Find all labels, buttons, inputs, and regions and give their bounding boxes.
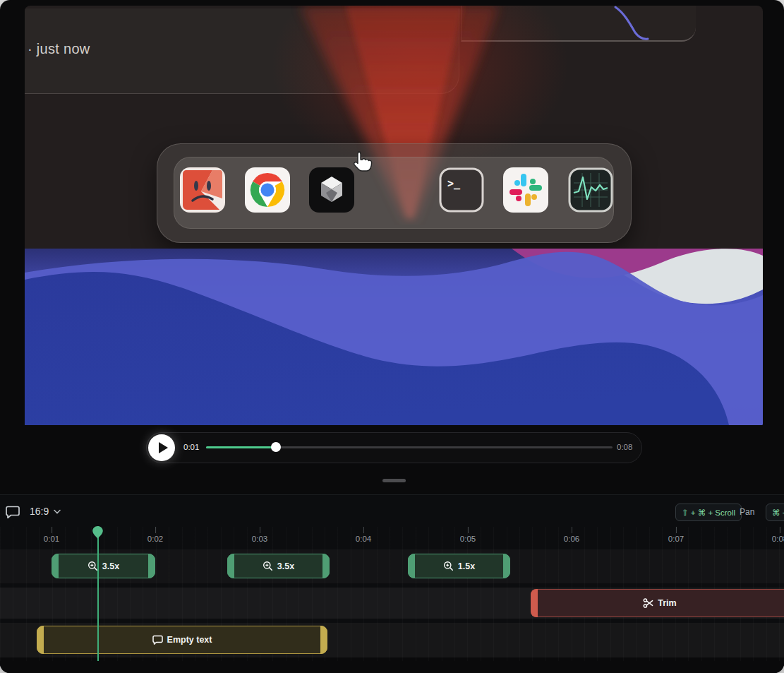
recording-timestamp: · just now: [28, 41, 90, 57]
magnifier-plus-icon: [263, 561, 273, 571]
segment-left-handle[interactable]: [37, 626, 44, 654]
ruler-label: 0:01: [37, 535, 66, 543]
seek-handle[interactable]: [271, 442, 281, 452]
magnifier-plus-icon: [443, 561, 454, 571]
segment-right-handle[interactable]: [148, 554, 155, 578]
terminal-app-icon: >_: [439, 167, 484, 213]
video-preview[interactable]: · just now: [25, 6, 763, 425]
ruler-label: 0:08: [766, 535, 784, 543]
zoom-segment-2[interactable]: 3.5x: [227, 554, 330, 578]
activity-monitor-app-icon: [568, 167, 613, 213]
ruler-tick: [572, 527, 572, 533]
ruler-tick: [363, 527, 364, 533]
cube-app-icon: [309, 167, 354, 213]
magnifier-plus-icon: [88, 561, 98, 571]
ruler-label: 0:05: [454, 535, 482, 543]
segment-right-handle[interactable]: [322, 554, 330, 578]
video-editor-app: · just now: [0, 0, 784, 673]
current-time: 0:01: [183, 443, 199, 451]
ruler-tick: [155, 527, 156, 533]
ruler-label: 0:06: [557, 535, 586, 543]
text-segment-label: Empty text: [167, 635, 212, 645]
trim-label: Trim: [658, 598, 676, 608]
desktop-wallpaper: [25, 249, 763, 425]
zoom-amount: 1.5x: [458, 561, 475, 571]
seek-bar-progress: [206, 446, 275, 448]
trim-segment[interactable]: Trim: [531, 589, 784, 617]
zoom-segment-3[interactable]: 1.5x: [408, 554, 510, 578]
zoom-segment-1[interactable]: 3.5x: [52, 554, 155, 578]
text-segment[interactable]: Empty text: [37, 626, 327, 654]
pointing-hand-cursor: [349, 150, 373, 175]
chrome-app-icon: [245, 167, 290, 213]
ruler-label: 0:03: [246, 535, 274, 543]
sad-face-app-icon: [180, 167, 225, 213]
segment-right-handle[interactable]: [320, 626, 327, 654]
segment-left-handle[interactable]: [52, 554, 59, 578]
ruler-tick: [780, 527, 780, 533]
segment-left-handle[interactable]: [531, 589, 538, 617]
player-controls: 0:01 0:08: [146, 432, 642, 463]
svg-text:>_: >_: [447, 177, 461, 190]
ruler-tick: [52, 527, 52, 533]
segment-left-handle[interactable]: [408, 554, 415, 578]
scissors-icon: [643, 597, 653, 609]
slack-app-icon: [503, 167, 548, 213]
zoom-amount: 3.5x: [277, 561, 294, 571]
ruler-label: 0:07: [662, 535, 690, 543]
ruler-label: 0:02: [141, 535, 169, 543]
zoom-amount: 3.5x: [102, 561, 119, 571]
ruler-tick: [468, 527, 469, 533]
timeline-panel: 16:9 ⇧ + ⌘ + Scroll Pan ⌘ + 0:01: [0, 494, 784, 673]
playhead-handle[interactable]: [92, 525, 104, 540]
playhead-line: [97, 526, 99, 661]
text-bubble-icon: [152, 635, 163, 645]
play-icon: [159, 442, 168, 453]
chart-curve-decoration: [603, 6, 666, 40]
ruler-tick: [676, 527, 677, 533]
time-ruler[interactable]: 0:01 0:02 0:03 0:04 0:05 0:06 0:07 0:08: [0, 495, 784, 549]
total-time: 0:08: [617, 443, 632, 451]
segment-left-handle[interactable]: [227, 554, 234, 578]
panel-resize-handle[interactable]: [382, 479, 406, 482]
segment-right-handle[interactable]: [503, 554, 510, 578]
ruler-label: 0:04: [349, 535, 378, 543]
play-button[interactable]: [148, 434, 175, 461]
ruler-tick: [260, 527, 260, 533]
